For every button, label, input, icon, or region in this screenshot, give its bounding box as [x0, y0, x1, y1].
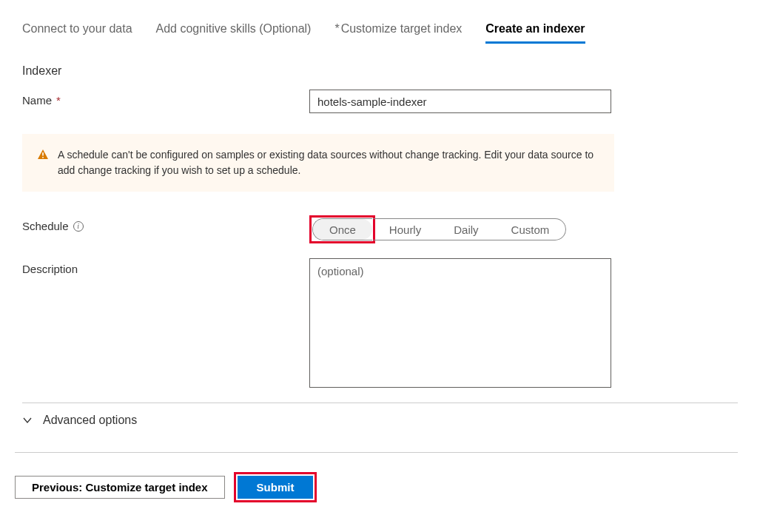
tab-customize-index[interactable]: *Customize target index: [334, 22, 462, 44]
wizard-tabs: Connect to your data Add cognitive skill…: [22, 22, 738, 44]
tab-label: Customize target index: [341, 22, 463, 35]
name-input[interactable]: [309, 90, 611, 113]
required-icon: *: [56, 94, 61, 107]
tab-connect-data[interactable]: Connect to your data: [22, 22, 132, 44]
advanced-section: Advanced options: [22, 403, 738, 437]
svg-rect-1: [42, 157, 44, 158]
info-icon[interactable]: i: [73, 221, 84, 232]
schedule-option-once[interactable]: Once: [313, 219, 372, 240]
tab-label: Create an indexer: [485, 22, 585, 35]
schedule-option-daily[interactable]: Daily: [437, 219, 494, 240]
row-schedule: Schedule i Once Hourly Daily Custom: [22, 215, 738, 243]
highlight-once: Once: [309, 215, 375, 243]
submit-button[interactable]: Submit: [238, 476, 314, 499]
schedule-option-custom[interactable]: Custom: [495, 219, 566, 240]
banner-text: A schedule can't be configured on sample…: [58, 147, 599, 178]
footer: Previous: Customize target index Submit: [15, 452, 738, 517]
label-text: Schedule: [22, 220, 69, 232]
svg-rect-0: [42, 152, 44, 156]
info-banner: A schedule can't be configured on sample…: [22, 134, 614, 192]
tab-label: Connect to your data: [22, 22, 132, 35]
warning-icon: [37, 149, 49, 161]
section-title: Indexer: [22, 64, 738, 78]
tab-cognitive-skills[interactable]: Add cognitive skills (Optional): [156, 22, 312, 44]
label-schedule: Schedule i: [22, 215, 309, 232]
previous-button[interactable]: Previous: Customize target index: [15, 476, 225, 499]
tab-label: Add cognitive skills (Optional): [156, 22, 312, 35]
label-name: Name *: [22, 90, 309, 107]
advanced-label: Advanced options: [43, 414, 137, 427]
row-name: Name *: [22, 90, 738, 113]
label-text: Name: [22, 94, 52, 107]
asterisk-icon: *: [334, 22, 339, 35]
label-description: Description: [22, 258, 309, 275]
advanced-options-toggle[interactable]: Advanced options: [22, 414, 738, 427]
chevron-down-icon: [22, 415, 33, 425]
highlight-submit: Submit: [234, 472, 317, 502]
tab-create-indexer[interactable]: Create an indexer: [485, 22, 585, 44]
row-description: Description: [22, 258, 738, 388]
description-textarea[interactable]: [309, 258, 611, 388]
schedule-option-hourly[interactable]: Hourly: [373, 219, 437, 240]
label-text: Description: [22, 263, 78, 275]
